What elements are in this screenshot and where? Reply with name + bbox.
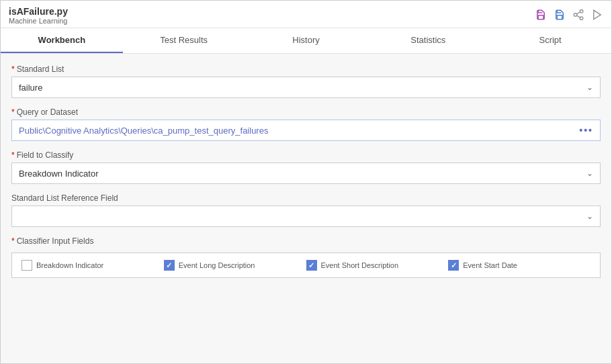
checkbox-event-start[interactable] <box>448 260 459 271</box>
classifier-label: * Classifier Input Fields <box>11 236 601 246</box>
tab-statistics[interactable]: Statistics <box>367 28 489 53</box>
main-content: * Standard List failure ⌄ * Query or Dat… <box>1 54 611 363</box>
title-info: isAFailure.py Machine Learning <box>9 6 68 25</box>
toolbar-icons <box>535 6 603 21</box>
reference-field-input[interactable]: ⌄ <box>11 206 601 227</box>
checkbox-item-breakdown: Breakdown Indicator <box>21 260 164 271</box>
classifier-section: * Classifier Input Fields Breakdown Indi… <box>11 236 601 278</box>
field-classify-label: * Field to Classify <box>11 150 601 160</box>
tab-workbench[interactable]: Workbench <box>1 28 123 53</box>
query-dataset-input[interactable]: Public\Cognitive Analytics\Queries\ca_pu… <box>11 120 601 141</box>
reference-field-group: Standard List Reference Field ⌄ <box>11 193 601 227</box>
standard-list-value: failure <box>19 83 42 93</box>
main-window: isAFailure.py Machine Learning <box>0 0 612 364</box>
checkbox-label-event-short: Event Short Description <box>321 261 399 269</box>
save-icon[interactable] <box>535 9 547 21</box>
field-classify-group: * Field to Classify Breakdown Indicator … <box>11 150 601 184</box>
share-icon[interactable] <box>572 9 584 21</box>
title-bar: isAFailure.py Machine Learning <box>1 1 611 28</box>
checkbox-item-event-long: Event Long Description <box>164 260 306 271</box>
required-star-classifier: * <box>11 236 15 246</box>
query-dataset-group: * Query or Dataset Public\Cognitive Anal… <box>11 107 601 141</box>
tab-history[interactable]: History <box>245 28 367 53</box>
checkbox-item-event-start: Event Start Date <box>448 260 591 271</box>
checkbox-label-event-start: Event Start Date <box>463 261 517 269</box>
svg-point-2 <box>580 17 583 20</box>
file-title: isAFailure.py <box>9 6 68 17</box>
field-classify-dropdown-arrow[interactable]: ⌄ <box>586 169 593 178</box>
reference-field-label: Standard List Reference Field <box>11 193 601 203</box>
checkbox-event-long[interactable] <box>164 260 175 271</box>
field-classify-value: Breakdown Indicator <box>19 169 99 179</box>
file-subtitle: Machine Learning <box>9 17 68 25</box>
checkbox-breakdown[interactable] <box>21 260 32 271</box>
standard-list-dropdown-arrow[interactable]: ⌄ <box>586 83 593 92</box>
checkbox-item-event-short: Event Short Description <box>306 260 449 271</box>
checkbox-label-event-long: Event Long Description <box>179 261 255 269</box>
checkbox-label-breakdown: Breakdown Indicator <box>36 261 103 269</box>
checkboxes-row: Breakdown Indicator Event Long Descripti… <box>11 253 601 278</box>
svg-point-1 <box>574 13 577 17</box>
svg-marker-5 <box>594 10 601 19</box>
reference-field-dropdown-arrow[interactable]: ⌄ <box>586 212 593 221</box>
svg-line-3 <box>576 15 580 17</box>
required-star-query: * <box>11 107 15 117</box>
tabs-bar: Workbench Test Results History Statistic… <box>1 28 611 54</box>
svg-line-4 <box>576 12 580 14</box>
query-dataset-value: Public\Cognitive Analytics\Queries\ca_pu… <box>19 126 268 136</box>
svg-point-0 <box>580 10 583 13</box>
query-dataset-dots-button[interactable]: ••• <box>579 125 593 136</box>
standard-list-group: * Standard List failure ⌄ <box>11 64 601 98</box>
save-as-icon[interactable] <box>554 9 566 21</box>
required-star-classify: * <box>11 150 15 160</box>
standard-list-label: * Standard List <box>11 64 601 74</box>
query-dataset-label: * Query or Dataset <box>11 107 601 117</box>
checkbox-event-short[interactable] <box>306 260 317 271</box>
run-icon[interactable] <box>591 9 603 21</box>
field-classify-input[interactable]: Breakdown Indicator ⌄ <box>11 163 601 184</box>
tab-script[interactable]: Script <box>489 28 611 53</box>
tab-test-results[interactable]: Test Results <box>123 28 245 53</box>
required-star: * <box>11 64 15 74</box>
standard-list-input[interactable]: failure ⌄ <box>11 77 601 98</box>
